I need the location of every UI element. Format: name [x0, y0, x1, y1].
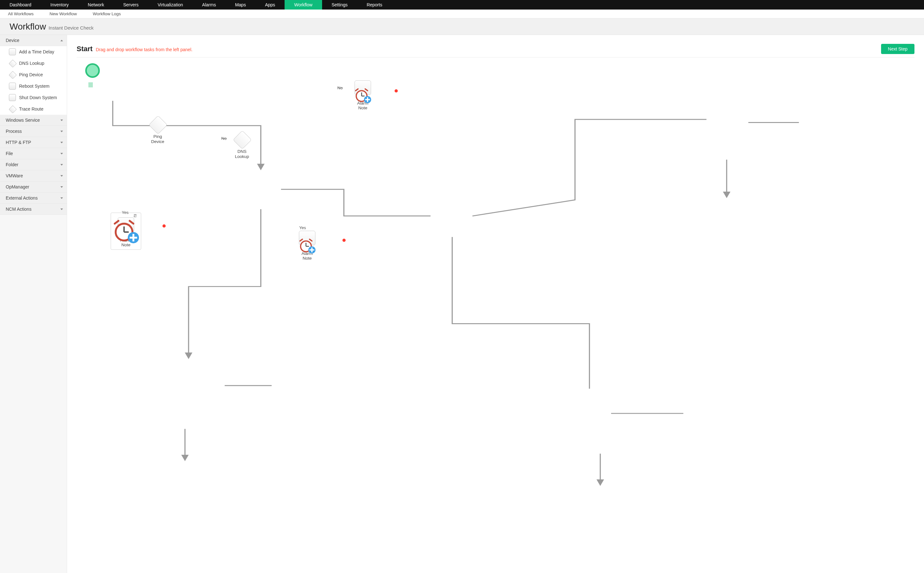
top-nav-network[interactable]: Network	[78, 0, 113, 9]
endpoint-dot[interactable]	[163, 224, 166, 227]
node-dns-lookup[interactable]: DNS DNSLookup	[232, 131, 251, 159]
sidebar-item-label: Ping Device	[19, 72, 43, 77]
canvas-title: Start	[77, 45, 93, 53]
sidebar-item-label: Add a Time Delay	[19, 49, 54, 54]
sidebar-item-ping-device[interactable]: Ping Device	[0, 69, 67, 80]
sidebar-cat-label: Device	[6, 38, 19, 43]
page-title: Workflow	[9, 22, 46, 32]
sidebar-item-reboot-system[interactable]: Reboot System	[0, 80, 67, 92]
chevron-down-icon	[60, 131, 63, 132]
sidebar-cat-label: OpManager	[6, 184, 29, 189]
sidebar-cat-opmanager[interactable]: OpManager	[0, 182, 67, 193]
sidebar-cat-label: HTTP & FTP	[6, 140, 31, 145]
alarm-icon	[299, 231, 315, 245]
top-nav-servers[interactable]: Servers	[113, 0, 148, 9]
chevron-down-icon	[60, 153, 63, 155]
sidebar-cat-label: VMWare	[6, 173, 23, 178]
edge-label-dns-yes: Yes	[299, 225, 306, 230]
node-ping-device[interactable]: PingDevice	[148, 116, 167, 144]
top-nav-reports[interactable]: Reports	[357, 0, 392, 9]
node-add-alarm-note-top[interactable]: AddAlarmNote	[353, 80, 372, 111]
node-label: PingDevice	[148, 134, 167, 144]
sidebar-item-trace-route[interactable]: Trace Route	[0, 103, 67, 115]
chevron-down-icon	[60, 208, 63, 210]
sidebar-cat-label: Process	[6, 129, 22, 134]
start-node[interactable]	[85, 63, 100, 78]
top-nav-apps[interactable]: Apps	[255, 0, 285, 9]
sidebar-cat-label: Windows Service	[6, 117, 40, 123]
sidebar-cat-label: Folder	[6, 162, 19, 167]
sidebar-cat-http-ftp[interactable]: HTTP & FTP	[0, 137, 67, 148]
node-add-alarm-note-left[interactable]: AddAlarmNote	[111, 213, 141, 250]
sub-nav-new-workflow[interactable]: New Workflow	[42, 9, 85, 18]
sidebar-cat-vmware[interactable]: VMWare	[0, 170, 67, 182]
sidebar-item-label: Shut Down System	[19, 95, 57, 100]
sidebar-cat-device[interactable]: Device	[0, 35, 67, 46]
top-nav-dashboard[interactable]: Dashboard	[0, 0, 41, 9]
chevron-down-icon	[60, 186, 63, 188]
rect-icon	[9, 48, 16, 55]
chevron-down-icon	[60, 175, 63, 177]
start-handle[interactable]	[88, 82, 93, 88]
sidebar-cat-ncm-actions[interactable]: NCM Actions	[0, 204, 67, 215]
sidebar-cat-label: NCM Actions	[6, 207, 31, 212]
diamond-icon	[9, 71, 16, 78]
node-add-alarm-note-right[interactable]: AddAlarmNote	[298, 231, 317, 261]
connectors-layer	[77, 58, 915, 565]
sidebar-item-label: DNS Lookup	[19, 61, 44, 66]
chevron-down-icon	[60, 119, 63, 121]
chevron-up-icon	[60, 40, 63, 41]
sidebar-cat-external-actions[interactable]: External Actions	[0, 193, 67, 204]
node-label: DNSLookup	[232, 149, 251, 159]
chevron-down-icon	[60, 164, 63, 166]
sidebar-item-label: Reboot System	[19, 84, 50, 89]
top-nav-workflow[interactable]: Workflow	[285, 0, 322, 9]
sidebar-cat-file[interactable]: File	[0, 148, 67, 159]
sub-nav-all-workflows[interactable]: All Workflows	[0, 9, 42, 18]
sidebar-item-label: Trace Route	[19, 106, 44, 111]
edge-label-ping-no: No	[221, 136, 227, 141]
top-nav: DashboardInventoryNetworkServersVirtuali…	[0, 0, 924, 9]
alarm-icon	[355, 80, 371, 95]
sidebar-cat-windows-service[interactable]: Windows Service	[0, 115, 67, 126]
sub-nav: All WorkflowsNew WorkflowWorkflow Logs	[0, 9, 924, 19]
sidebar-cat-label: File	[6, 151, 13, 156]
chevron-down-icon	[60, 197, 63, 199]
rect-icon	[9, 94, 16, 101]
sidebar-item-add-a-time-delay[interactable]: Add a Time Delay	[0, 46, 67, 58]
rect-icon	[9, 83, 16, 89]
sub-nav-workflow-logs[interactable]: Workflow Logs	[85, 9, 129, 18]
top-nav-alarms[interactable]: Alarms	[193, 0, 226, 9]
page-subtitle: Instant Device Check	[49, 25, 94, 31]
title-bar: Workflow Instant Device Check	[0, 19, 924, 35]
canvas-hint: Drag and drop workflow tasks from the le…	[96, 47, 192, 52]
alarm-icon	[118, 218, 134, 232]
top-nav-maps[interactable]: Maps	[226, 0, 255, 9]
canvas-area: Start Drag and drop workflow tasks from …	[67, 35, 924, 573]
sidebar-cat-label: External Actions	[6, 196, 38, 200]
endpoint-dot[interactable]	[342, 239, 346, 242]
sidebar-cat-process[interactable]: Process	[0, 126, 67, 137]
sidebar: DeviceAdd a Time DelayDNS LookupPing Dev…	[0, 35, 67, 573]
top-nav-virtualization[interactable]: Virtualization	[148, 0, 193, 9]
edge-label-dns-no: No	[337, 86, 343, 90]
edge-label-ping-yes: Yes	[122, 210, 129, 215]
sidebar-item-shut-down-system[interactable]: Shut Down System	[0, 92, 67, 103]
diamond-icon	[9, 105, 16, 113]
top-nav-settings[interactable]: Settings	[322, 0, 358, 9]
sidebar-cat-folder[interactable]: Folder	[0, 159, 67, 170]
next-step-button[interactable]: Next Step	[881, 44, 915, 54]
endpoint-dot[interactable]	[395, 89, 398, 92]
workflow-canvas[interactable]: PingDevice DNS DNSLookup	[77, 58, 915, 565]
chevron-down-icon	[60, 142, 63, 143]
diamond-icon	[9, 60, 16, 67]
sidebar-item-dns-lookup[interactable]: DNS Lookup	[0, 58, 67, 69]
top-nav-inventory[interactable]: Inventory	[41, 0, 78, 9]
canvas-header: Start Drag and drop workflow tasks from …	[77, 44, 915, 58]
